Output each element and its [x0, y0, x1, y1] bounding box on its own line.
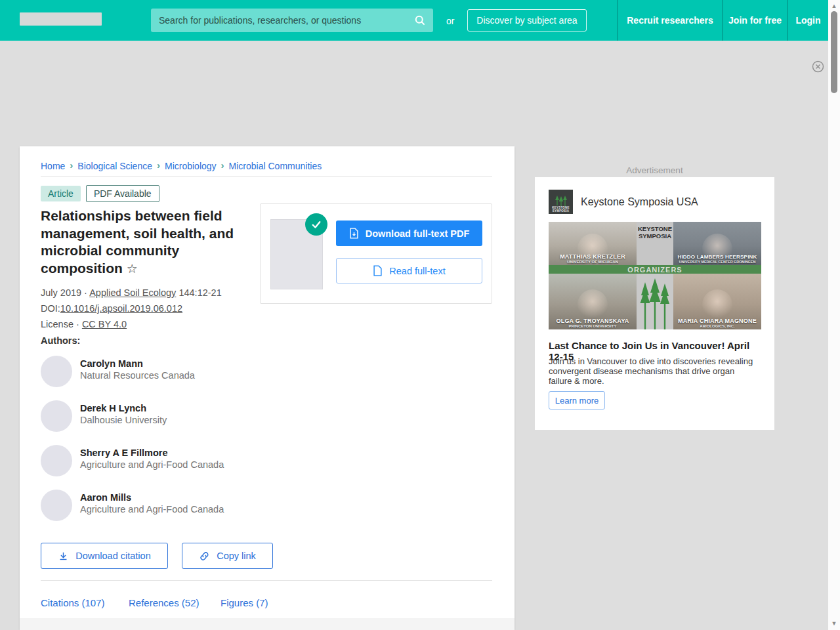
- organizers-band: ORGANIZERS: [549, 265, 761, 274]
- copy-link-label: Copy link: [217, 551, 256, 561]
- search-button[interactable]: [407, 9, 433, 32]
- document-download-icon: [349, 228, 359, 239]
- publication-meta: July 2019 · Applied Soil Ecology 144:12-…: [41, 285, 222, 332]
- pine-trees-cell: [637, 274, 673, 329]
- meta-date: July 2019 ·: [41, 287, 87, 298]
- search-bar[interactable]: [151, 9, 433, 32]
- license-link[interactable]: CC BY 4.0: [82, 319, 127, 329]
- publication-title: Relationships between field management, …: [41, 207, 251, 278]
- or-label: or: [446, 16, 454, 26]
- card-footer-strip: [20, 618, 514, 630]
- meta-license: License · CC BY 4.0: [41, 316, 222, 332]
- author-affiliation: Dalhousie University: [80, 415, 167, 425]
- organizer-portrait: MATTHIAS KRETZLER UNIVERSITY OF MICHIGAN: [549, 222, 637, 265]
- doi-label: DOI:: [41, 303, 60, 314]
- star-icon: ☆: [127, 262, 138, 276]
- organizer-portrait: HIDDO LAMBERS HEERSPINK UNIVERSITY MEDIC…: [673, 222, 761, 265]
- author-row: Carolyn Mann Natural Resources Canada: [41, 356, 195, 387]
- organizer-name: HIDDO LAMBERS HEERSPINK: [673, 254, 761, 260]
- chevron-right-icon: ›: [70, 159, 73, 171]
- scroll-up-icon[interactable]: ▲: [828, 2, 840, 10]
- tab-row: Citations (107) References (52) Figures …: [41, 597, 268, 608]
- ad-sponsor-name[interactable]: Keystone Symposia USA: [581, 196, 698, 208]
- pdf-available-badge: PDF Available: [86, 185, 159, 202]
- organizer-portrait: MARIA CHIARA MAGNONE ABIOLOGICS, INC.: [673, 274, 761, 329]
- breadcrumb-home[interactable]: Home: [41, 161, 65, 171]
- nav-recruit-researchers[interactable]: Recruit researchers: [617, 0, 722, 41]
- checkmark-icon: [305, 213, 327, 236]
- advertisement-label: Advertisement: [535, 165, 774, 175]
- vertical-scrollbar[interactable]: ▲ ▼: [828, 0, 840, 630]
- breadcrumb: Home › Biological Science › Microbiology…: [41, 160, 322, 171]
- author-name-link[interactable]: Aaron Mills: [80, 492, 224, 503]
- nav-login[interactable]: Login: [787, 0, 828, 41]
- action-row: Download citation Copy link: [41, 543, 273, 569]
- organizer-name: MARIA CHIARA MAGNONE: [673, 318, 761, 324]
- avatar[interactable]: [41, 356, 72, 387]
- avatar[interactable]: [41, 445, 72, 476]
- navbar-links: Recruit researchers Join for free Login: [617, 0, 828, 41]
- chevron-right-icon: ›: [157, 159, 160, 171]
- meta-doi: DOI:10.1016/j.apsoil.2019.06.012: [41, 301, 222, 316]
- read-fulltext-label: Read full-text: [389, 266, 445, 276]
- ad-creative-image[interactable]: MATTHIAS KRETZLER UNIVERSITY OF MICHIGAN…: [549, 222, 761, 329]
- learn-more-button[interactable]: Learn more: [549, 391, 605, 410]
- organizer-affiliation: UNIVERSITY OF MICHIGAN: [549, 260, 637, 264]
- organizer-name: OLGA G. TROYANSKAYA: [549, 318, 637, 324]
- tab-figures[interactable]: Figures (7): [220, 597, 268, 608]
- fulltext-access-box: Download full-text PDF Read full-text: [260, 203, 492, 304]
- avatar[interactable]: [41, 490, 72, 521]
- organizer-name: MATTHIAS KRETZLER: [549, 253, 637, 260]
- author-affiliation: Agriculture and Agri-Food Canada: [80, 504, 224, 514]
- nav-join-for-free[interactable]: Join for free: [722, 0, 787, 41]
- scroll-down-icon[interactable]: ▼: [828, 620, 840, 627]
- download-fulltext-pdf-button[interactable]: Download full-text PDF: [336, 220, 482, 246]
- author-name-link[interactable]: Sherry A E Fillmore: [80, 448, 224, 458]
- download-citation-label: Download citation: [75, 551, 150, 561]
- tab-citations[interactable]: Citations (107): [41, 597, 129, 608]
- search-icon: [413, 14, 427, 27]
- author-row: Derek H Lynch Dalhousie University: [41, 400, 167, 432]
- authors-label: Authors:: [41, 335, 80, 346]
- ad-close-icon[interactable]: [812, 60, 824, 73]
- author-name-link[interactable]: Derek H Lynch: [80, 403, 167, 413]
- tab-references[interactable]: References (52): [129, 597, 220, 608]
- organizer-affiliation: PRINCETON UNIVERSITY: [549, 324, 637, 328]
- copy-link-button[interactable]: Copy link: [182, 543, 273, 569]
- download-citation-button[interactable]: Download citation: [41, 543, 168, 569]
- breadcrumb-microbiology[interactable]: Microbiology: [165, 161, 217, 171]
- organizer-portrait: OLGA G. TROYANSKAYA PRINCETON UNIVERSITY: [549, 274, 637, 329]
- meta-date-journal: July 2019 · Applied Soil Ecology 144:12-…: [41, 285, 222, 301]
- meta-volume-pages: 144:12-21: [178, 287, 221, 298]
- site-logo[interactable]: [20, 12, 102, 26]
- advertisement-card: KEYSTONE SYMPOSIA Keystone Symposia USA …: [535, 177, 774, 430]
- keystone-logo[interactable]: KEYSTONE SYMPOSIA: [549, 190, 573, 214]
- author-row: Sherry A E Fillmore Agriculture and Agri…: [41, 445, 224, 476]
- license-label: License ·: [41, 319, 79, 329]
- link-icon: [199, 551, 210, 562]
- breadcrumb-biological-science[interactable]: Biological Science: [77, 161, 152, 171]
- avatar[interactable]: [41, 400, 72, 432]
- divider: [41, 580, 492, 581]
- download-icon: [58, 551, 69, 562]
- author-name-link[interactable]: Carolyn Mann: [80, 358, 195, 369]
- journal-link[interactable]: Applied Soil Ecology: [89, 287, 176, 298]
- doi-link[interactable]: 10.1016/j.apsoil.2019.06.012: [60, 303, 182, 314]
- search-input[interactable]: [151, 15, 407, 26]
- pine-trees-icon: [639, 278, 671, 329]
- read-fulltext-button[interactable]: Read full-text: [336, 258, 482, 284]
- author-row: Aaron Mills Agriculture and Agri-Food Ca…: [41, 490, 224, 521]
- badge-row: Article PDF Available: [41, 185, 159, 202]
- download-pdf-label: Download full-text PDF: [366, 228, 470, 239]
- ad-header: KEYSTONE SYMPOSIA Keystone Symposia USA: [549, 190, 698, 214]
- organizer-affiliation: ABIOLOGICS, INC.: [673, 324, 761, 328]
- publication-card: Home › Biological Science › Microbiology…: [20, 146, 514, 630]
- discover-by-subject-button[interactable]: Discover by subject area: [467, 9, 587, 32]
- ad-body-text: Join us in Vancouver to dive into discov…: [549, 356, 760, 386]
- chevron-right-icon: ›: [221, 159, 224, 171]
- top-navbar: or Discover by subject area Recruit rese…: [0, 0, 828, 41]
- scrollbar-thumb[interactable]: [831, 11, 837, 93]
- article-type-badge: Article: [41, 186, 81, 201]
- breadcrumb-microbial-communities[interactable]: Microbial Communities: [229, 161, 322, 171]
- pine-trees-icon: [554, 196, 568, 206]
